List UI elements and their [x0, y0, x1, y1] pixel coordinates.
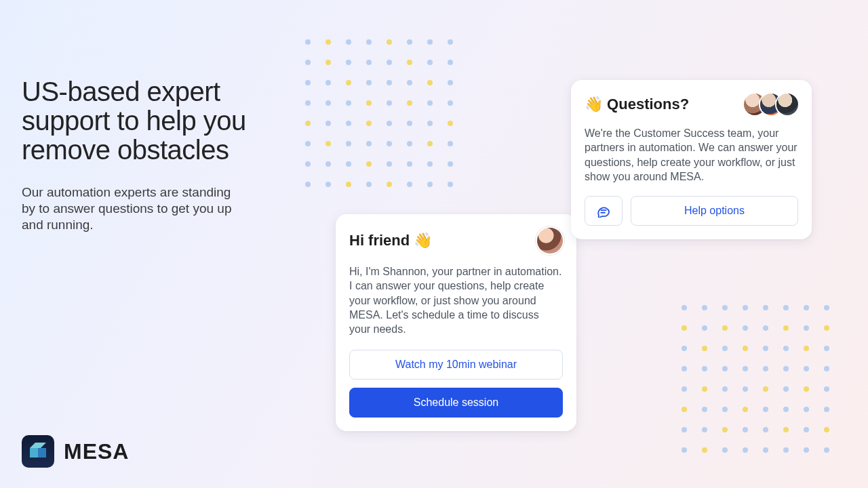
brand-name: MESA	[64, 439, 129, 464]
dot-pattern-top	[305, 39, 453, 187]
team-avatar	[776, 94, 798, 115]
card-hi-friend: Hi friend 👋 Hi, I'm Shannon, your partne…	[336, 214, 576, 431]
card-questions-body: We're the Customer Success team, your pa…	[585, 126, 798, 184]
help-options-button[interactable]: Help options	[631, 196, 798, 226]
dot-pattern-bottom	[682, 305, 829, 453]
schedule-session-button[interactable]: Schedule session	[349, 388, 563, 418]
brand-logo-icon	[22, 435, 54, 468]
chat-button[interactable]	[585, 196, 623, 226]
card-hi-friend-body: Hi, I'm Shannon, your partner in automat…	[349, 264, 563, 336]
page-subhead: Our automation experts are standing by t…	[22, 184, 245, 232]
card-hi-friend-title: Hi friend 👋	[349, 232, 432, 249]
card-questions: 👋 Questions? We're the Customer Success …	[571, 80, 812, 239]
card-questions-title: 👋 Questions?	[585, 96, 689, 113]
brand: MESA	[22, 435, 129, 468]
page-headline: US-based expert support to help you remo…	[22, 77, 252, 164]
avatar-shannon	[537, 228, 563, 253]
chat-icon	[596, 204, 611, 218]
team-avatar-stack	[744, 94, 798, 115]
watch-webinar-button[interactable]: Watch my 10min webinar	[349, 350, 563, 380]
